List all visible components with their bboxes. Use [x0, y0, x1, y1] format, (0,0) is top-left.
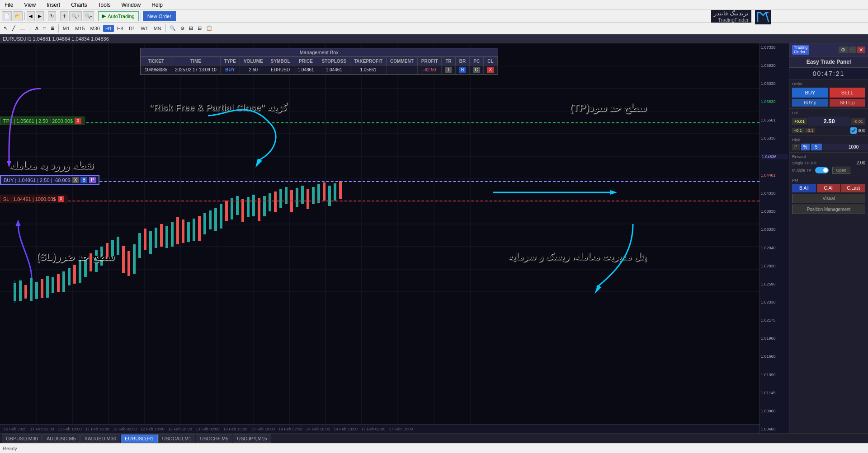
- risk-pct-input[interactable]: [811, 144, 822, 150]
- price-11: 1.02940: [761, 246, 788, 250]
- sell-btn[interactable]: SELL: [830, 88, 866, 98]
- row-btn-b[interactable]: B: [455, 65, 469, 75]
- panel-settings-btn[interactable]: ⚙: [839, 47, 848, 53]
- tab-usdcad[interactable]: USDCAD,M1: [158, 434, 196, 443]
- tf-mn[interactable]: MN: [151, 25, 164, 32]
- new-order-btn[interactable]: New Order: [143, 11, 176, 21]
- buy-p-btn[interactable]: P: [89, 177, 96, 183]
- risk-p-btn[interactable]: P: [792, 144, 800, 150]
- lot-dec-large-btn[interactable]: -0.1: [805, 128, 816, 133]
- svg-rect-26: [19, 280, 22, 301]
- fib-tool[interactable]: ≣: [49, 24, 57, 32]
- zoom-all[interactable]: ⊞: [187, 24, 195, 32]
- col-stoploss: STOPLOSS: [318, 57, 350, 65]
- panel-close-btn[interactable]: ✕: [857, 47, 865, 53]
- tp1-line: [0, 122, 760, 123]
- row-btn-t[interactable]: T: [442, 65, 455, 75]
- tf-h4[interactable]: H4: [115, 25, 126, 32]
- tab-gbpusd[interactable]: GBPUSD,M30: [2, 434, 42, 443]
- tf-d1[interactable]: D1: [127, 25, 137, 32]
- tab-eurusd[interactable]: EURUSD,H1: [121, 434, 158, 443]
- row-price: 1.04861: [294, 65, 318, 75]
- new-file-btn[interactable]: 📄: [2, 11, 12, 21]
- svg-rect-35: [68, 268, 71, 285]
- menu-charts[interactable]: Charts: [69, 1, 89, 9]
- menu-file[interactable]: File: [3, 1, 15, 9]
- crosshair-btn[interactable]: ✛: [60, 11, 68, 21]
- timeline-bar: 10 Feb 2025 11 Feb 02:00 11 Feb 10:00 11…: [0, 424, 760, 433]
- buy-x-btn[interactable]: X: [72, 177, 79, 183]
- tf-m30[interactable]: M30: [88, 25, 102, 32]
- buy-btn[interactable]: BUY: [792, 88, 828, 98]
- single-tp-rr-val: 2.00: [857, 160, 865, 165]
- svg-rect-45: [122, 246, 125, 273]
- menu-view[interactable]: View: [22, 1, 38, 9]
- lot-inc-large-btn[interactable]: +0.1: [792, 128, 804, 133]
- back-btn[interactable]: ◀: [27, 11, 35, 21]
- sellp-btn[interactable]: SELL.p: [830, 99, 866, 107]
- menu-insert[interactable]: Insert: [45, 1, 62, 9]
- lot-inc-small-btn[interactable]: +0.01: [792, 118, 807, 125]
- hline-tool[interactable]: —: [18, 25, 27, 32]
- c-all-btn[interactable]: C.All: [817, 184, 841, 192]
- tab-usdchf[interactable]: USDCHF,M5: [196, 434, 232, 443]
- row-btn-x[interactable]: X: [484, 65, 497, 75]
- refresh-btn[interactable]: ↻: [48, 11, 56, 21]
- open-btn[interactable]: 📂: [13, 11, 23, 21]
- timeline-label-11: 14 Feb 10:00: [304, 427, 332, 431]
- buyp-btn[interactable]: BUY.p: [792, 99, 828, 107]
- lot-fixed-value: 400: [858, 128, 865, 133]
- arrow-tool[interactable]: ↖: [2, 24, 9, 32]
- period-sep[interactable]: ⊟: [196, 24, 203, 32]
- zoom-chart-out[interactable]: ⊖: [179, 24, 186, 32]
- menu-tools[interactable]: Tools: [96, 1, 113, 9]
- timeline-label-8: 13 Feb 10:00: [222, 427, 249, 431]
- col-time: TIME: [171, 57, 221, 65]
- buy-b-btn[interactable]: B: [80, 177, 87, 183]
- lot-dec-small-btn[interactable]: -0.01: [851, 118, 865, 125]
- text-tool[interactable]: A: [33, 25, 40, 32]
- open-btn[interactable]: Open: [832, 167, 850, 174]
- tab-audusd[interactable]: AUDUSD,M5: [42, 434, 80, 443]
- svg-rect-56: [182, 219, 184, 243]
- tf-m15[interactable]: M15: [73, 25, 87, 32]
- chart-area[interactable]: TP1 | 1.05661 | 2.50 | 2000.00$ X BUY | …: [0, 43, 760, 433]
- tf-h1[interactable]: H1: [103, 25, 114, 32]
- lot-fixed-checkbox[interactable]: [850, 127, 857, 134]
- line-tool[interactable]: ╱: [10, 24, 17, 32]
- menu-window[interactable]: Window: [120, 1, 143, 9]
- tab-xauusd[interactable]: XAUUSD,M30: [80, 434, 120, 443]
- col-profit: PROFIT: [417, 57, 442, 65]
- multiple-tp-toggle[interactable]: [815, 167, 829, 173]
- svg-rect-61: [209, 210, 212, 229]
- zoom-in-btn[interactable]: 🔍+: [69, 11, 82, 21]
- svg-rect-58: [193, 219, 195, 241]
- svg-rect-55: [176, 217, 179, 244]
- row-ticket: 104958085: [141, 65, 171, 75]
- template-btn[interactable]: 📋: [204, 24, 214, 32]
- sl-close-btn[interactable]: X: [58, 196, 65, 202]
- rect-tool[interactable]: □: [41, 25, 48, 32]
- timeline-label-9: 13 Feb 18:00: [249, 427, 277, 431]
- tf-w1[interactable]: W1: [138, 25, 151, 32]
- c-last-btn[interactable]: C.Last: [841, 184, 865, 192]
- svg-rect-27: [24, 285, 27, 299]
- b-all-btn[interactable]: B.All: [792, 184, 816, 192]
- row-btn-c[interactable]: C: [470, 65, 484, 75]
- logo-text-fa: تریدینگ فایندر: [711, 9, 751, 17]
- menu-help[interactable]: Help: [150, 1, 165, 9]
- tf-m1[interactable]: M1: [61, 25, 72, 32]
- vline-tool[interactable]: |: [28, 25, 33, 32]
- forward-btn[interactable]: ▶: [36, 11, 44, 21]
- visual-btn[interactable]: Visual: [792, 194, 865, 203]
- col-ticket: TICKET: [141, 57, 171, 65]
- zoom-chart-in[interactable]: 🔍: [168, 24, 178, 32]
- zoom-out-btn[interactable]: 🔍-: [83, 11, 94, 21]
- tp1-close-btn[interactable]: X: [75, 118, 81, 124]
- panel-minimize-btn[interactable]: −: [849, 47, 856, 53]
- tab-usdjpy[interactable]: USDJPY,M15: [233, 434, 271, 443]
- autotrading-btn[interactable]: ▶ AutoTrading: [98, 11, 139, 21]
- position-mgmt-btn[interactable]: Position Management: [792, 205, 865, 214]
- risk-pct-btn[interactable]: %: [801, 144, 810, 150]
- risk-amount-input[interactable]: [823, 144, 868, 150]
